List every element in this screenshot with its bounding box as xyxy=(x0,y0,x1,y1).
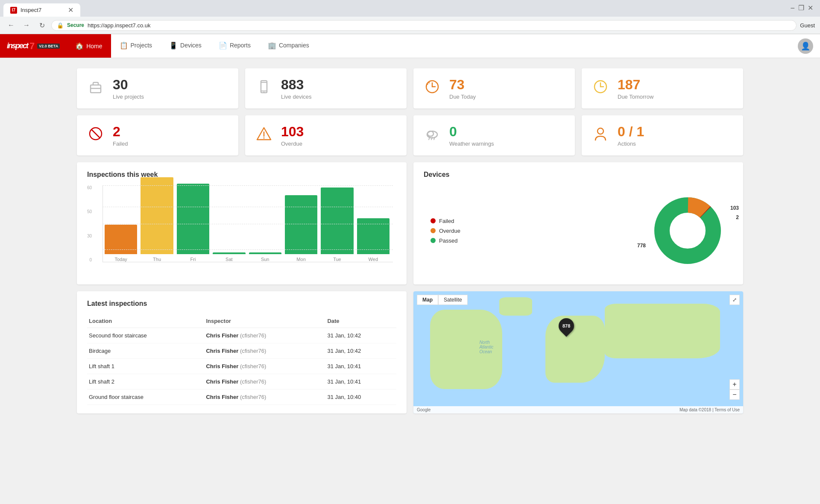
stat-info-failed: 2 Failed xyxy=(113,124,128,147)
nav-item-projects[interactable]: 📋 Projects xyxy=(111,34,161,58)
inspector-name-4: Chris Fisher xyxy=(206,394,238,400)
stat-info-live-devices: 883 Live devices xyxy=(281,77,312,100)
nav-item-devices[interactable]: 📱 Devices xyxy=(161,34,210,58)
devices-chart-card: Devices Failed Overdue Passed xyxy=(413,162,743,284)
clock-yellow-icon xyxy=(592,78,609,99)
bar-chart-wrapper: 60 50 30 0 xyxy=(87,185,396,262)
table-row: Lift shaft 1 Chris Fisher (cfisher76) 31… xyxy=(87,359,396,374)
bar-sat-fill xyxy=(213,252,245,254)
browser-url[interactable]: https://app.inspect7.co.uk xyxy=(88,22,150,29)
bar-tue: Tue xyxy=(321,188,353,262)
legend-dot-passed xyxy=(430,238,436,243)
browser-tab-close-button[interactable]: ✕ xyxy=(68,6,73,14)
bar-label-fri: Fri xyxy=(190,257,196,262)
stat-label-actions: Actions xyxy=(618,141,644,147)
inspector-user-3: (cfisher76) xyxy=(240,378,266,385)
legend-label-failed: Failed xyxy=(439,218,454,224)
cell-location-0: Secound floor staircase xyxy=(87,328,204,343)
map-tab-map[interactable]: Map xyxy=(417,295,438,305)
user-avatar-area[interactable]: 👤 xyxy=(791,38,820,54)
y-label-50: 50 xyxy=(87,209,92,214)
cell-location-2: Lift shaft 1 xyxy=(87,359,204,374)
latest-inspections-title: Latest inspections xyxy=(87,300,396,308)
inspector-user-4: (cfisher76) xyxy=(240,394,266,400)
bar-wed-fill xyxy=(357,218,390,254)
browser-minimize-button[interactable]: − xyxy=(790,4,795,13)
cell-inspector-0: Chris Fisher (cfisher76) xyxy=(204,328,325,343)
ocean-label: NorthAtlanticOcean xyxy=(479,340,493,354)
stat-info-due-today: 73 Due Today xyxy=(449,77,476,100)
browser-back-button[interactable]: ← xyxy=(5,19,17,31)
nav-label-projects: Projects xyxy=(131,42,152,49)
bar-sat: Sat xyxy=(213,252,245,262)
nav-item-reports[interactable]: 📄 Reports xyxy=(210,34,259,58)
stat-label-overdue: Overdue xyxy=(281,141,304,147)
svg-point-22 xyxy=(670,213,705,248)
stat-cards-row1: 30 Live projects 883 Live devices 73 Due… xyxy=(77,68,743,108)
charts-row: Inspections this week 60 50 30 0 xyxy=(77,162,743,284)
bar-sun: Sun xyxy=(249,252,281,262)
map-marker: 878 xyxy=(559,318,574,334)
block-red-icon xyxy=(87,125,104,146)
stat-number-overdue: 103 xyxy=(281,124,304,140)
secure-label: Secure xyxy=(67,22,84,28)
browser-address-bar[interactable]: 🔒 Secure https://app.inspect7.co.uk xyxy=(51,20,797,31)
browser-new-tab-button[interactable] xyxy=(84,8,94,13)
clock-orange-icon xyxy=(424,78,441,99)
inspections-table: Location Inspector Date Secound floor st… xyxy=(87,314,396,405)
stat-card-weather: 0 Weather warnings xyxy=(413,115,575,155)
map-background: NorthAtlanticOcean 878 ⤢ + − xyxy=(413,291,743,413)
browser-forward-button[interactable]: → xyxy=(20,19,32,31)
map-zoom-controls[interactable]: + − xyxy=(729,379,740,400)
map-zoom-out-button[interactable]: − xyxy=(729,390,740,400)
donut-label-failed: 2 xyxy=(736,214,739,220)
main-nav: 🏠 Home 📋 Projects 📱 Devices 📄 Reports 🏢 … xyxy=(67,34,318,58)
inspector-user-0: (cfisher76) xyxy=(240,332,266,339)
map-tab-controls[interactable]: Map Satellite xyxy=(417,295,468,305)
stat-number-due-today: 73 xyxy=(449,77,476,93)
map-card: Map Satellite NorthAtlanticOcean xyxy=(413,291,743,413)
stat-info-live-projects: 30 Live projects xyxy=(113,77,144,100)
cell-date-0: 31 Jan, 10:42 xyxy=(325,328,396,343)
nav-item-home[interactable]: 🏠 Home xyxy=(67,34,111,58)
browser-close-button[interactable]: ✕ xyxy=(808,4,813,13)
map-zoom-in-button[interactable]: + xyxy=(729,379,740,390)
nav-label-devices: Devices xyxy=(180,42,202,49)
map-fullscreen-button[interactable]: ⤢ xyxy=(729,295,740,305)
logo-number: 7 xyxy=(29,41,35,52)
browser-chrome: I7 Inspect7 ✕ − ❐ ✕ ← → ↻ 🔒 Secure https… xyxy=(0,0,820,34)
browser-tab[interactable]: I7 Inspect7 ✕ xyxy=(3,3,80,17)
bar-label-wed: Wed xyxy=(369,257,378,262)
person-orange-icon xyxy=(592,125,609,146)
y-label-60: 60 xyxy=(87,185,92,190)
donut-area: Failed Overdue Passed xyxy=(424,185,733,276)
bottom-row: Latest inspections Location Inspector Da… xyxy=(77,291,743,413)
browser-refresh-button[interactable]: ↻ xyxy=(36,19,48,31)
map-tab-satellite[interactable]: Satellite xyxy=(438,295,468,305)
bar-label-tue: Tue xyxy=(333,257,341,262)
briefcase-icon xyxy=(87,78,104,99)
inspector-name-2: Chris Fisher xyxy=(206,363,238,369)
bar-fri: Fri xyxy=(177,184,209,262)
stat-label-due-tomorrow: Due Tomorrow xyxy=(618,94,653,100)
stat-card-actions: 0 / 1 Actions xyxy=(582,115,743,155)
browser-maximize-button[interactable]: ❐ xyxy=(798,4,804,13)
bar-label-thu: Thu xyxy=(153,257,161,262)
cell-date-1: 31 Jan, 10:42 xyxy=(325,343,396,359)
nav-label-companies: Companies xyxy=(279,42,309,49)
donut-label-passed: 778 xyxy=(637,243,646,249)
cell-date-2: 31 Jan, 10:41 xyxy=(325,359,396,374)
stat-number-failed: 2 xyxy=(113,124,128,140)
stat-number-actions: 0 / 1 xyxy=(618,124,644,140)
table-row: Ground floor staircase Chris Fisher (cfi… xyxy=(87,390,396,405)
nav-item-companies[interactable]: 🏢 Companies xyxy=(259,34,318,58)
svg-point-12 xyxy=(264,137,265,138)
reports-icon: 📄 xyxy=(219,41,227,50)
table-row: Lift shaft 2 Chris Fisher (cfisher76) 31… xyxy=(87,374,396,390)
col-inspector: Inspector xyxy=(204,314,325,328)
stat-info-due-tomorrow: 187 Due Tomorrow xyxy=(618,77,653,100)
devices-icon: 📱 xyxy=(169,41,178,50)
legend-dot-failed xyxy=(430,218,436,223)
map-container: Map Satellite NorthAtlanticOcean xyxy=(413,291,743,413)
app-logo: inspect 7 V2.0 BETA xyxy=(0,34,67,58)
